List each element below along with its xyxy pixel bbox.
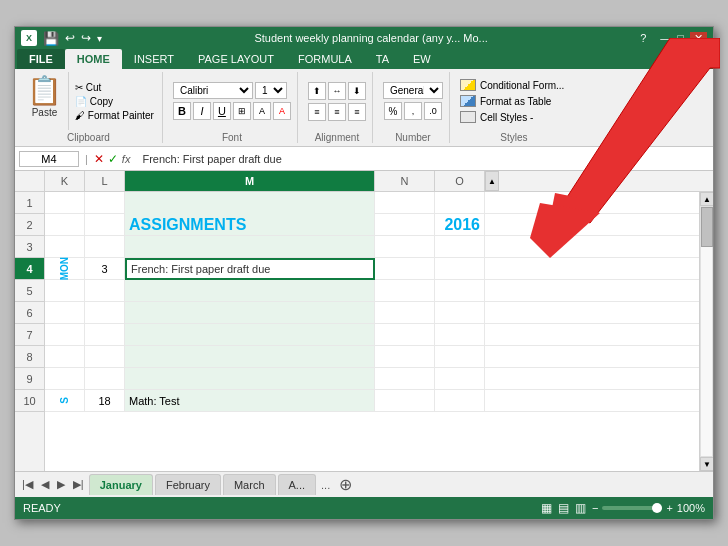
- paste-button[interactable]: 📋 Paste: [21, 72, 69, 130]
- row-header-1[interactable]: 1: [15, 192, 44, 214]
- cell-m6[interactable]: [125, 302, 375, 323]
- tab-march[interactable]: March: [223, 474, 276, 495]
- align-center-btn[interactable]: ≡: [328, 103, 346, 121]
- page-break-btn[interactable]: ▥: [575, 501, 586, 515]
- cell-m2[interactable]: ASSIGNMENTS: [125, 214, 375, 235]
- name-box[interactable]: M4: [19, 151, 79, 167]
- align-bottom-btn[interactable]: ⬇: [348, 82, 366, 100]
- align-right-btn[interactable]: ≡: [348, 103, 366, 121]
- cell-o2[interactable]: 2016: [435, 214, 485, 235]
- scroll-up-btn[interactable]: ▲: [700, 192, 713, 206]
- conditional-formatting-btn[interactable]: Conditional Form...: [458, 78, 570, 92]
- align-middle-btn[interactable]: ↔: [328, 82, 346, 100]
- format-painter-button[interactable]: 🖌 Format Painter: [73, 109, 156, 122]
- cell-o4[interactable]: [435, 258, 485, 279]
- maximize-btn[interactable]: □: [677, 32, 684, 44]
- cell-m8[interactable]: [125, 346, 375, 367]
- page-layout-btn[interactable]: ▤: [558, 501, 569, 515]
- cell-k3[interactable]: [45, 236, 85, 257]
- font-name-select[interactable]: Calibri: [173, 82, 253, 99]
- insert-function-btn[interactable]: fx: [122, 153, 131, 165]
- row-header-3[interactable]: 3: [15, 236, 44, 258]
- col-header-n[interactable]: N: [375, 171, 435, 191]
- cell-m9[interactable]: [125, 368, 375, 389]
- zoom-in-btn[interactable]: +: [666, 502, 672, 514]
- cell-l1[interactable]: [85, 192, 125, 214]
- font-size-select[interactable]: 11: [255, 82, 287, 99]
- cell-o1[interactable]: [435, 192, 485, 214]
- row-header-7[interactable]: 7: [15, 324, 44, 346]
- copy-button[interactable]: 📄 Copy: [73, 95, 156, 108]
- cell-m4-selected[interactable]: French: First paper draft due: [125, 258, 375, 280]
- more-tabs-btn[interactable]: ...: [318, 479, 333, 491]
- save-quick-btn[interactable]: 💾: [43, 31, 59, 46]
- cell-k10[interactable]: S: [45, 390, 85, 411]
- cell-l10[interactable]: 18: [85, 390, 125, 411]
- cell-styles-btn[interactable]: Cell Styles -: [458, 110, 570, 124]
- align-left-btn[interactable]: ≡: [308, 103, 326, 121]
- col-header-m[interactable]: M: [125, 171, 375, 191]
- bold-button[interactable]: B: [173, 102, 191, 120]
- row-header-6[interactable]: 6: [15, 302, 44, 324]
- cancel-formula-btn[interactable]: ✕: [94, 152, 104, 166]
- scroll-down-btn[interactable]: ▼: [700, 457, 713, 471]
- cell-n4[interactable]: [375, 258, 435, 279]
- cell-m10[interactable]: Math: Test: [125, 390, 375, 411]
- tab-february[interactable]: February: [155, 474, 221, 495]
- tab-first-btn[interactable]: |◀: [19, 478, 36, 491]
- tab-insert[interactable]: INSERT: [122, 49, 186, 69]
- cell-l2[interactable]: [85, 214, 125, 235]
- row-header-4[interactable]: 4: [15, 258, 44, 280]
- row-header-10[interactable]: 10: [15, 390, 44, 412]
- tab-file[interactable]: FILE: [17, 49, 65, 69]
- tab-home[interactable]: HOME: [65, 49, 122, 69]
- format-as-table-btn[interactable]: Format as Table: [458, 94, 570, 108]
- tab-other[interactable]: A...: [278, 474, 317, 495]
- cell-m7[interactable]: [125, 324, 375, 345]
- row-header-8[interactable]: 8: [15, 346, 44, 368]
- increase-decimal-btn[interactable]: .0: [424, 102, 442, 120]
- scrollbar-up[interactable]: ▲: [485, 171, 499, 191]
- cell-m1[interactable]: [125, 192, 375, 214]
- number-format-select[interactable]: General: [383, 82, 443, 99]
- cell-n1[interactable]: [375, 192, 435, 214]
- cell-k2[interactable]: [45, 214, 85, 235]
- cut-button[interactable]: ✂ Cut: [73, 81, 156, 94]
- underline-button[interactable]: U: [213, 102, 231, 120]
- cell-l4[interactable]: 3: [85, 258, 125, 279]
- row-header-9[interactable]: 9: [15, 368, 44, 390]
- col-header-k[interactable]: K: [45, 171, 85, 191]
- close-btn[interactable]: ✕: [690, 32, 707, 45]
- redo-btn[interactable]: ↪: [81, 31, 91, 45]
- tab-january[interactable]: January: [89, 474, 153, 495]
- formula-content[interactable]: French: First paper draft due: [138, 152, 709, 166]
- cell-k1[interactable]: [45, 192, 85, 214]
- col-header-l[interactable]: L: [85, 171, 125, 191]
- percent-btn[interactable]: %: [384, 102, 402, 120]
- zoom-out-btn[interactable]: −: [592, 502, 598, 514]
- border-button[interactable]: ⊞: [233, 102, 251, 120]
- tab-formulas[interactable]: FORMULA: [286, 49, 364, 69]
- cell-m3[interactable]: [125, 236, 375, 257]
- comma-btn[interactable]: ,: [404, 102, 422, 120]
- cell-n2[interactable]: [375, 214, 435, 235]
- cell-n3[interactable]: [375, 236, 435, 257]
- help-btn[interactable]: ?: [640, 32, 646, 44]
- font-color-button[interactable]: A: [273, 102, 291, 120]
- undo-btn[interactable]: ↩: [65, 31, 75, 45]
- italic-button[interactable]: I: [193, 102, 211, 120]
- col-header-o[interactable]: O: [435, 171, 485, 191]
- confirm-formula-btn[interactable]: ✓: [108, 152, 118, 166]
- fill-color-button[interactable]: A: [253, 102, 271, 120]
- minimize-btn[interactable]: —: [660, 32, 671, 44]
- tab-data[interactable]: TA: [364, 49, 401, 69]
- normal-view-btn[interactable]: ▦: [541, 501, 552, 515]
- cell-l3[interactable]: [85, 236, 125, 257]
- row-header-2[interactable]: 2: [15, 214, 44, 236]
- align-top-btn[interactable]: ⬆: [308, 82, 326, 100]
- tab-prev-btn[interactable]: ◀: [38, 478, 52, 491]
- tab-next-btn[interactable]: ▶: [54, 478, 68, 491]
- qa-dropdown[interactable]: ▾: [97, 33, 102, 44]
- cell-m5[interactable]: [125, 280, 375, 301]
- tab-page-layout[interactable]: PAGE LAYOUT: [186, 49, 286, 69]
